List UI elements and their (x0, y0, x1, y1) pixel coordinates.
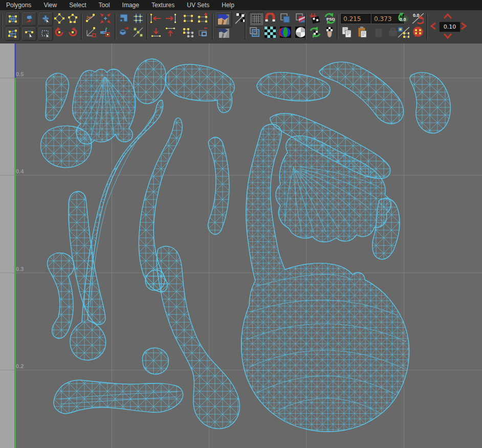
view-grid-toggle-button[interactable] (249, 26, 261, 38)
u-coordinate-field[interactable] (341, 14, 374, 24)
cycle-uvs-button[interactable] (411, 26, 424, 38)
layout-uvs-grid-button[interactable] (132, 12, 144, 25)
menu-tool[interactable]: Tool (93, 0, 116, 10)
move-uv-shell-tool-button[interactable] (38, 12, 53, 26)
isolate-select-add-button[interactable] (196, 12, 209, 25)
toolbar-separator (146, 13, 148, 40)
flip-u-button[interactable] (53, 12, 65, 25)
refresh-image-button[interactable] (309, 26, 321, 38)
isolate-select-view-button[interactable] (182, 26, 194, 38)
toolbar: ✂ (0, 10, 482, 44)
uv-shell (54, 380, 183, 413)
uv-smudge-tool-button[interactable] (21, 12, 37, 26)
sew-uvs-button[interactable] (99, 12, 112, 25)
align-uvs-right-button[interactable] (164, 12, 176, 25)
uv-shell (41, 126, 92, 167)
toolbar-separator (212, 13, 213, 40)
update-psd-networks-button[interactable]: PSD (323, 12, 336, 25)
paste-uvs-button[interactable] (356, 26, 368, 38)
menu-image[interactable]: Image (116, 0, 145, 10)
uv-snapshot-button[interactable] (323, 26, 336, 38)
marquee-select-tool-button[interactable] (38, 27, 53, 41)
toolbar-grip[interactable] (1, 13, 4, 40)
grid-label-0-5: 0.5 (16, 71, 24, 77)
uv-editor-viewport[interactable]: 0.5 0.4 0.3 0.2 (0, 43, 482, 448)
nudge-left-button[interactable] (430, 22, 437, 29)
menu-bar: Polygons View Select Tool Image Textures… (0, 0, 482, 10)
copy-disabled-button (373, 26, 385, 38)
menu-view[interactable]: View (37, 0, 63, 10)
grid-label-0-2: 0.2 (16, 363, 24, 369)
split-uvs-button[interactable] (85, 26, 97, 38)
nudge-up-button[interactable] (443, 13, 452, 20)
cut-uvs-button[interactable]: ✂ (85, 12, 97, 25)
checker-map-toggle-button[interactable] (264, 26, 276, 38)
menu-help[interactable]: Help (215, 0, 240, 10)
uv-texture-editor-window: Polygons View Select Tool Image Textures… (0, 0, 482, 448)
toolbar-separator (426, 13, 428, 40)
unfold-uvs-button[interactable] (118, 26, 130, 38)
menu-select[interactable]: Select (63, 0, 92, 10)
toolbar-separator (115, 13, 116, 40)
align-uvs-top-button[interactable] (164, 26, 176, 38)
menu-textures[interactable]: Textures (145, 0, 181, 10)
copy-paste-mode-toggle-button[interactable] (397, 26, 409, 38)
copy-uvs-button[interactable] (341, 26, 353, 38)
display-image-toggle-button[interactable] (215, 11, 232, 28)
display-rgb-channels-button[interactable] (279, 26, 292, 38)
nudge-right-button[interactable] (460, 22, 467, 29)
toolbar-separator (81, 13, 82, 40)
uv-shell (142, 348, 168, 374)
relax-uvs-button[interactable] (132, 26, 144, 38)
nudge-down-button[interactable] (443, 32, 452, 39)
isolate-select-toggle-button[interactable] (182, 12, 194, 25)
isolate-select-remove-button[interactable] (196, 26, 209, 38)
align-uvs-bottom-button[interactable] (149, 26, 162, 38)
svg-text:0.0: 0.0 (400, 17, 406, 22)
vertical-ruler (0, 43, 15, 448)
svg-text:✂: ✂ (86, 14, 92, 21)
rotate-cw-by-angle-button[interactable]: 0.0 (411, 12, 424, 25)
shade-uvs-toggle-button[interactable] (279, 12, 292, 25)
align-uvs-left-button[interactable] (149, 12, 162, 25)
uv-lattice-tool-button[interactable] (5, 12, 20, 26)
svg-text:PSD: PSD (326, 17, 335, 21)
menu-polygons[interactable]: Polygons (0, 0, 37, 10)
nudge-value-field[interactable] (439, 21, 461, 32)
pixel-snap-toggle-button[interactable] (249, 12, 264, 26)
menu-uv-sets[interactable]: UV Sets (181, 0, 215, 10)
dim-image-toggle-button[interactable] (217, 27, 231, 39)
move-and-sew-uvs-button[interactable] (99, 26, 112, 38)
flip-v-button[interactable] (67, 12, 79, 25)
uv-lattice-deform-button[interactable] (5, 27, 20, 41)
toolbar-separator (245, 13, 246, 40)
select-edge-loop-tool-button[interactable] (21, 27, 37, 41)
force-rebake-texture-button[interactable] (309, 12, 321, 25)
grid-label-0-4: 0.4 (16, 168, 24, 174)
svg-text:0.0: 0.0 (413, 13, 420, 18)
toolbar-separator (305, 13, 306, 40)
rotate-uvs-ccw-button[interactable] (53, 26, 65, 38)
toolbar-separator (337, 13, 338, 40)
layout-uvs-button[interactable] (118, 12, 130, 25)
grid-label-0-3: 0.3 (16, 266, 24, 272)
magnet-snap-button[interactable] (264, 12, 276, 25)
rotate-ccw-by-angle-button[interactable]: 0.0 (397, 12, 409, 25)
rotate-uvs-cw-button[interactable] (67, 26, 79, 38)
